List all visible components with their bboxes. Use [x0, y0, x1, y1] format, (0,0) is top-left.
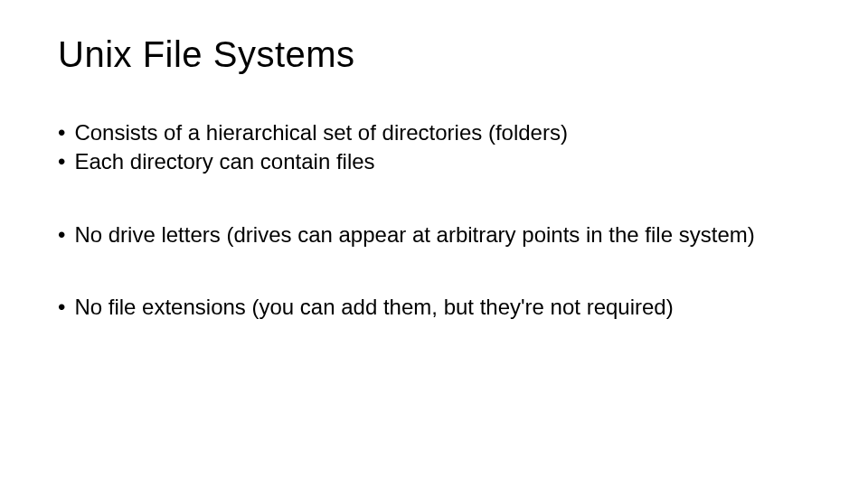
bullet-text: No file extensions (you can add them, bu…	[74, 293, 810, 322]
bullet-group-3: • No file extensions (you can add them, …	[58, 293, 810, 322]
bullet-group-2: • No drive letters (drives can appear at…	[58, 221, 810, 249]
bullet-icon: •	[58, 118, 65, 147]
bullet-text: Consists of a hierarchical set of direct…	[74, 118, 810, 147]
bullet-group-1: • Consists of a hierarchical set of dire…	[58, 118, 810, 177]
bullet-text: No drive letters (drives can appear at a…	[74, 221, 810, 249]
slide-title: Unix File Systems	[58, 34, 810, 75]
bullet-item: • No drive letters (drives can appear at…	[58, 221, 810, 249]
bullet-icon: •	[58, 293, 65, 322]
bullet-item: • Each directory can contain files	[58, 147, 810, 176]
bullet-icon: •	[58, 221, 65, 249]
bullet-item: • Consists of a hierarchical set of dire…	[58, 118, 810, 147]
bullet-item: • No file extensions (you can add them, …	[58, 293, 810, 322]
bullet-icon: •	[58, 147, 65, 176]
bullet-text: Each directory can contain files	[74, 147, 810, 176]
